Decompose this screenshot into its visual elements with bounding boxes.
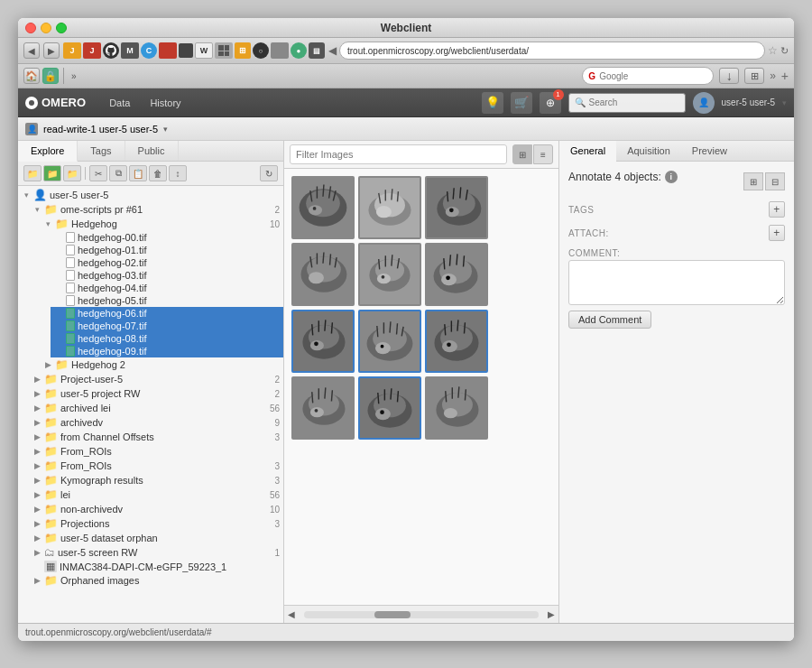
- refresh-icon[interactable]: ↻: [780, 45, 789, 57]
- info-icon[interactable]: i: [665, 171, 678, 183]
- tags-add-button[interactable]: +: [769, 201, 785, 218]
- forward-button[interactable]: ▶: [43, 42, 60, 59]
- tab-tags[interactable]: Tags: [78, 141, 125, 161]
- minimize-button[interactable]: [41, 23, 51, 33]
- image-thumb-6[interactable]: [425, 243, 488, 306]
- list-item[interactable]: ▶ 📁 From_ROIs 3: [29, 459, 283, 473]
- list-item[interactable]: ▶ 📁 Project-user-5 2: [29, 372, 283, 386]
- tab-general[interactable]: General: [559, 141, 616, 162]
- plus-icon[interactable]: +: [781, 69, 789, 83]
- list-item[interactable]: ▶ 📁 user-5 project RW 2: [29, 386, 283, 401]
- basket-button[interactable]: 🛒: [511, 92, 532, 114]
- scroll-right-arrow[interactable]: ▶: [548, 609, 555, 619]
- image-thumb-5[interactable]: [358, 243, 421, 306]
- grid-view-button[interactable]: ⊞: [512, 144, 532, 164]
- folder-gray-button[interactable]: 📁: [63, 165, 81, 181]
- move-button[interactable]: ↕: [169, 165, 187, 181]
- google-search-input[interactable]: [599, 71, 707, 81]
- list-item[interactable]: ▶ 📁 user-5 dataset orphan: [29, 531, 283, 545]
- list-item[interactable]: ▶ 📁 Orphaned images: [29, 573, 283, 588]
- user-dropdown-arrow[interactable]: ▾: [163, 125, 168, 134]
- omero-search-box[interactable]: 🔍: [568, 93, 686, 113]
- list-item[interactable]: hedgehog-05.tif: [51, 294, 283, 307]
- cut-button[interactable]: ✂: [89, 165, 107, 181]
- filter-images-input[interactable]: [290, 144, 507, 164]
- list-view-button[interactable]: ≡: [533, 144, 553, 164]
- right-grid-view-button[interactable]: ⊞: [743, 172, 763, 190]
- list-item[interactable]: ▶ 📁 archived lei 56: [29, 401, 283, 415]
- scroll-thumb[interactable]: [374, 611, 411, 618]
- copy-button[interactable]: ⧉: [109, 165, 127, 181]
- paste-button[interactable]: 📋: [129, 165, 147, 181]
- lightbulb-button[interactable]: 💡: [482, 92, 503, 114]
- bookmark-star-icon[interactable]: ☆: [768, 44, 778, 57]
- bookmark-gh2-icon[interactable]: ○: [253, 42, 269, 59]
- image-thumb-1[interactable]: [291, 176, 355, 239]
- list-item[interactable]: hedgehog-01.tif: [51, 244, 283, 256]
- download-button[interactable]: ↓: [719, 68, 739, 84]
- bookmark-j2-icon[interactable]: J: [83, 42, 101, 59]
- list-item[interactable]: hedgehog-04.tif: [51, 282, 283, 294]
- maximize-button[interactable]: [56, 23, 67, 33]
- nav-history[interactable]: History: [141, 94, 189, 112]
- bookmark-extra1-icon[interactable]: [271, 42, 289, 59]
- bookmark-red-icon[interactable]: [159, 42, 177, 59]
- list-item[interactable]: ▶ 🗂 user-5 screen RW 1: [29, 545, 283, 560]
- bookmark-misc-icon[interactable]: ⊞: [235, 42, 251, 59]
- attach-add-button[interactable]: +: [769, 225, 785, 241]
- bookmark-github-icon[interactable]: [103, 42, 119, 59]
- list-item[interactable]: ▶ 📁 archivedv 9: [29, 415, 283, 430]
- right-list-view-button[interactable]: ⊟: [765, 172, 785, 190]
- list-item[interactable]: hedgehog-09.tif: [51, 345, 283, 357]
- list-item[interactable]: hedgehog-06.tif: [51, 307, 283, 320]
- tree-hedgehog2[interactable]: ▶ 📁 Hedgehog 2: [40, 357, 283, 372]
- image-thumb-2[interactable]: [358, 176, 421, 239]
- list-item[interactable]: ▶ 📁 lei 56: [29, 487, 283, 502]
- image-thumb-11[interactable]: [358, 376, 421, 440]
- back-button[interactable]: ◀: [23, 42, 40, 59]
- image-thumb-12[interactable]: [425, 376, 488, 440]
- comment-textarea[interactable]: [568, 260, 785, 305]
- tree-hedgehog[interactable]: ▾ 📁 Hedgehog 10: [40, 217, 283, 231]
- tab-preview[interactable]: Preview: [681, 141, 738, 161]
- list-item[interactable]: ▦ INMAC384-DAPI-CM-eGFP_59223_1: [29, 560, 283, 573]
- image-thumb-8[interactable]: [358, 310, 421, 373]
- google-search-box[interactable]: G: [582, 67, 714, 85]
- image-thumb-10[interactable]: [291, 376, 355, 440]
- folder-green-button[interactable]: 📁: [43, 165, 61, 181]
- image-thumb-7[interactable]: [291, 310, 355, 373]
- home-button[interactable]: 🏠: [23, 68, 40, 84]
- omero-search-input[interactable]: [589, 97, 679, 107]
- close-button[interactable]: [25, 23, 36, 33]
- bookmark-c-icon[interactable]: C: [141, 42, 157, 59]
- tree-ome-scripts[interactable]: ▾ 📁 ome-scripts pr #61 2: [29, 202, 283, 217]
- tab-public[interactable]: Public: [125, 141, 179, 161]
- tree-user-root[interactable]: ▾ 👤 user-5 user-5: [18, 188, 283, 202]
- tab-acquisition[interactable]: Aquisition: [616, 141, 681, 161]
- list-item[interactable]: ▶ 📁 From_ROIs: [29, 444, 283, 459]
- folder-new-button[interactable]: 📁: [23, 165, 42, 181]
- bookmark-m-icon[interactable]: M: [121, 42, 139, 59]
- bookmark-extra3-icon[interactable]: ▤: [309, 42, 325, 59]
- user-avatar[interactable]: 👤: [693, 92, 715, 114]
- url-bar[interactable]: trout.openmicroscopy.org/webclient/userd…: [339, 42, 765, 60]
- image-thumb-9[interactable]: [425, 310, 488, 373]
- add-comment-button[interactable]: Add Comment: [568, 311, 651, 329]
- image-thumb-4[interactable]: [291, 243, 355, 306]
- spread-button[interactable]: ⊞: [744, 68, 764, 84]
- bookmark-w-icon[interactable]: W: [195, 42, 213, 59]
- list-item[interactable]: hedgehog-03.tif: [51, 269, 283, 282]
- nav-data[interactable]: Data: [100, 94, 139, 112]
- user-dropdown-icon[interactable]: ▾: [782, 98, 787, 107]
- bookmark-j1-icon[interactable]: J: [63, 42, 81, 59]
- back-arrow-icon[interactable]: ◀: [328, 44, 337, 57]
- bookmark-extra2-icon[interactable]: ●: [291, 42, 307, 59]
- extend-icon[interactable]: »: [770, 70, 776, 82]
- scroll-left-arrow[interactable]: ◀: [288, 609, 295, 619]
- bookmark-grid-icon[interactable]: [215, 42, 233, 59]
- list-item[interactable]: hedgehog-08.tif: [51, 332, 283, 345]
- delete-button[interactable]: 🗑: [149, 165, 167, 181]
- list-item[interactable]: hedgehog-00.tif: [51, 231, 283, 244]
- connect-button[interactable]: ⊕ 1: [540, 92, 561, 114]
- list-item[interactable]: ▶ 📁 Kymograph results 3: [29, 473, 283, 487]
